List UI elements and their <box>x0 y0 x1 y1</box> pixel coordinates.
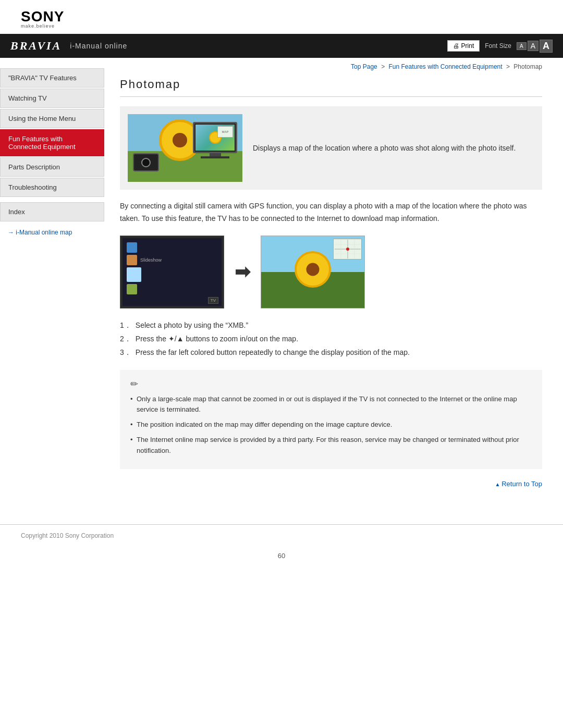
sidebar-item-fun-features[interactable]: Fun Features withConnected Equipment <box>0 129 104 156</box>
note-box: ✏ Only a large-scale map that cannot be … <box>120 370 542 469</box>
bravia-subtitle: i-Manual online <box>70 42 127 50</box>
description: By connecting a digital still camera wit… <box>120 200 542 225</box>
bravia-title: BRAVIA <box>10 39 62 53</box>
bravia-bar-left: BRAVIA i-Manual online <box>10 39 127 53</box>
xmb-item-2: Slideshow <box>127 255 217 265</box>
breadcrumb-fun-features[interactable]: Fun Features with Connected Equipment <box>388 63 502 70</box>
breadcrumb-top-page[interactable]: Top Page <box>351 63 377 70</box>
step-3-num: 3． <box>120 348 131 357</box>
bravia-bar-right: 🖨 Print Font Size A A A <box>447 40 553 53</box>
sony-logo-text: SONY <box>21 9 542 24</box>
xmb-bottom-bar: TV <box>208 297 218 304</box>
camera-icon <box>133 153 159 171</box>
xmb-screenshot: Slideshow TV <box>120 236 224 309</box>
return-to-top: Return to Top <box>120 479 542 488</box>
font-size-buttons: A A A <box>517 40 553 53</box>
xmb-icon-4 <box>127 284 137 294</box>
xmb-screen: Slideshow TV <box>123 238 222 306</box>
font-large-button[interactable]: A <box>540 40 553 53</box>
note-list: Only a large-scale map that cannot be zo… <box>130 394 532 456</box>
intro-box: MAP Displays a map <box>120 106 542 190</box>
print-button[interactable]: 🖨 Print <box>447 40 480 52</box>
content-area: Top Page > Fun Features with Connected E… <box>104 58 563 514</box>
sidebar-online-map-link[interactable]: i-Manual online map <box>0 229 104 236</box>
page-title: Photomap <box>120 78 542 97</box>
xmb-label: Slideshow <box>140 257 162 263</box>
camera-lens <box>141 158 151 167</box>
step-1-text: Select a photo by using the “XMB.” <box>136 321 248 330</box>
steps-list: 1． Select a photo by using the “XMB.” 2．… <box>120 321 542 357</box>
note-item-2: The position indicated on the map may di… <box>130 419 532 430</box>
sony-tagline: make.believe <box>21 24 542 29</box>
step-2: 2． Press the ✦/▲ buttons to zoom in/out … <box>120 335 542 344</box>
intro-text: Displays a map of the location where a p… <box>253 142 516 154</box>
intro-image-inner: MAP <box>128 114 242 182</box>
main-layout: "BRAVIA" TV Features Watching TV Using t… <box>0 58 563 514</box>
step-3-text: Press the far left colored button repeat… <box>136 348 410 357</box>
top-bar: SONY make.believe <box>0 0 563 34</box>
xmb-icon-photo <box>127 255 137 265</box>
breadcrumb-sep1: > <box>381 63 386 70</box>
xmb-item-4 <box>127 284 217 294</box>
sidebar-item-home-menu[interactable]: Using the Home Menu <box>0 109 104 128</box>
step-1-num: 1． <box>120 321 131 330</box>
result-image <box>261 236 365 309</box>
sidebar-item-troubleshooting[interactable]: Troubleshooting <box>0 178 104 197</box>
svg-point-7 <box>346 248 349 251</box>
map-overlay <box>333 239 362 260</box>
sunflower-center <box>307 263 320 276</box>
sidebar-index[interactable]: Index <box>0 202 104 221</box>
page-number: 60 <box>0 547 563 570</box>
xmb-icon-1 <box>127 242 137 253</box>
font-medium-button[interactable]: A <box>528 41 538 51</box>
print-label: Print <box>461 42 474 50</box>
intro-image: MAP <box>128 114 242 182</box>
step-3: 3． Press the far left colored button rep… <box>120 348 542 357</box>
font-small-button[interactable]: A <box>517 42 527 50</box>
note-item-3: The Internet online map service is provi… <box>130 435 532 456</box>
sunflower-circle <box>295 251 331 288</box>
breadcrumb: Top Page > Fun Features with Connected E… <box>120 63 542 70</box>
breadcrumb-sep2: > <box>506 63 511 70</box>
font-size-label: Font Size <box>485 42 511 50</box>
note-icon: ✏ <box>130 378 532 390</box>
step-2-text: Press the ✦/▲ buttons to zoom in/out on … <box>136 335 298 344</box>
return-to-top-link[interactable]: Return to Top <box>495 480 543 488</box>
step-1: 1． Select a photo by using the “XMB.” <box>120 321 542 330</box>
images-row: Slideshow TV ➡ <box>120 236 542 309</box>
footer: Copyright 2010 Sony Corporation <box>0 524 563 547</box>
xmb-item-1 <box>127 242 217 253</box>
sidebar-item-parts[interactable]: Parts Description <box>0 157 104 177</box>
xmb-icon-selected <box>127 267 141 282</box>
step-2-num: 2． <box>120 335 131 344</box>
sidebar-item-bravia-features[interactable]: "BRAVIA" TV Features <box>0 68 104 88</box>
note-item-1: Only a large-scale map that cannot be zo… <box>130 394 532 416</box>
arrow-right-icon: ➡ <box>235 261 250 283</box>
sony-logo: SONY make.believe <box>21 9 542 29</box>
xmb-item-3 <box>127 267 217 282</box>
bravia-bar: BRAVIA i-Manual online 🖨 Print Font Size… <box>0 34 563 58</box>
sidebar-item-watching[interactable]: Watching TV <box>0 89 104 108</box>
copyright: Copyright 2010 Sony Corporation <box>21 532 114 539</box>
breadcrumb-current: Photomap <box>513 63 542 70</box>
sidebar: "BRAVIA" TV Features Watching TV Using t… <box>0 58 104 514</box>
print-icon: 🖨 <box>453 42 459 50</box>
